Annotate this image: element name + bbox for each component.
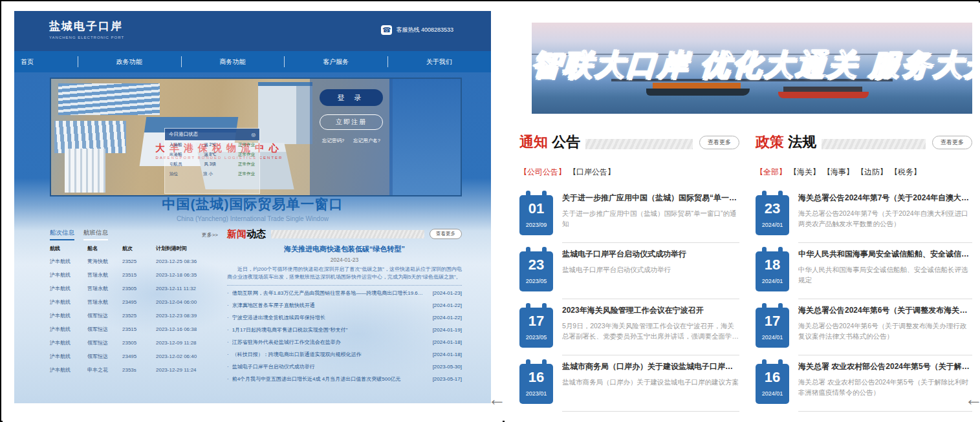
status-widget-icon[interactable]: ◎: [251, 132, 256, 138]
cell-voyage: 23525: [122, 313, 156, 319]
notice-item[interactable]: 17 2023/05 2023年海关风险管理工作会议在宁波召开 5月9日，202…: [519, 299, 739, 355]
policy-tab[interactable]: 【税务】: [890, 167, 921, 178]
cell-voyage: 23515: [122, 326, 156, 332]
news-item-date: [2024-01-18]: [433, 352, 462, 357]
news-list-item[interactable]: · 京津冀地区首条车厘子直航快线开通 [2024-01-22]: [227, 299, 462, 311]
notice-column: 通知 公告 查看更多 【公司公告】 【口岸公告】 01 2023/09: [519, 132, 739, 412]
notice-item-title: 盐城市商务局（口岸办）关于建设盐城电子口岸的建议方案: [562, 361, 739, 372]
notice-tab[interactable]: 【口岸公告】: [569, 167, 615, 178]
bullet-icon: ·: [227, 352, 229, 357]
news-list-item[interactable]: · （科技日报）：跨境电商出口新通道实现双向规模化运作 [2024-01-18]: [227, 348, 462, 361]
cell-voyage: 23525: [122, 258, 156, 264]
news-section: 新闻动态 查看更多 海关推进电商快递包装低碳“绿色转型” 2024-01-23 …: [227, 227, 462, 399]
news-item-title: 盐城电子口岸平台启动仪式成功举行: [232, 363, 426, 370]
calendar-year-month: 2024/01: [756, 222, 789, 228]
schedule-tab[interactable]: 航班信息: [83, 229, 108, 240]
nav-item[interactable]: 商务功能: [181, 51, 285, 72]
notice-tab[interactable]: 【公司公告】: [519, 167, 566, 178]
news-list-item[interactable]: · 盐城电子口岸平台启动仪式成功举行 [2023-05-30]: [227, 361, 462, 373]
status-state: 正常作业: [238, 162, 255, 167]
forgot-password-link[interactable]: 忘记密码?: [322, 138, 344, 144]
notice-header: 通知 公告 查看更多: [519, 132, 739, 153]
office-building: [65, 149, 105, 193]
policy-tab[interactable]: 【海关】: [789, 167, 820, 178]
cargo-ship: [646, 83, 750, 96]
schedule-more-link[interactable]: 更多>>: [202, 231, 218, 238]
col-voyage: 航次: [122, 245, 156, 252]
back-arrow-icon[interactable]: ←: [488, 390, 506, 408]
calendar-date-icon: 23 2023/05: [519, 251, 553, 291]
header-decorative-bar: [585, 139, 693, 149]
nav-item[interactable]: 客户服务: [284, 51, 387, 72]
status-state: 正常作业: [238, 142, 255, 148]
policy-title-black: 法规: [788, 134, 816, 150]
news-item-title: 1月17日起跨境电商零售进口税款实现全国“秒支付”: [232, 326, 426, 333]
policy-more-button[interactable]: 查看更多: [932, 136, 972, 149]
schedule-tabs: 船次信息 航班信息 更多>>: [50, 227, 218, 242]
policy-tab[interactable]: 【全部】: [756, 167, 787, 178]
policy-item-summary: 海关总署 农业农村部公告2024年第5号（关于解除比利时非洲猪瘟疫情禁令的公告）: [798, 377, 972, 397]
news-list-item[interactable]: · 江苏省驻海外代表处盐城行工作交流会在盐举办 [2024-01-18]: [227, 336, 462, 348]
hotline: ☎ 客服热线 4008283533: [381, 25, 453, 35]
cell-voyage: 23505: [122, 286, 156, 291]
news-list-item[interactable]: · 宁波空港进出境全货机连续四年保持增长 [2024-01-22]: [227, 311, 462, 324]
calendar-day: 17: [756, 313, 789, 330]
login-button[interactable]: 登 录: [320, 89, 383, 106]
cell-ship: 晋瑞永航: [87, 271, 122, 279]
notice-item-title: 盐城电子口岸平台启动仪式成功举行: [562, 249, 739, 260]
cell-voyage: 23515: [122, 272, 156, 278]
notice-list: 01 2023/09 关于进一步推广应用中国（盐城）国际贸易“单一窗口”的通 关…: [519, 187, 739, 412]
register-button[interactable]: 立即注册: [320, 114, 383, 130]
policy-tab-label: 【全部】: [756, 167, 787, 176]
policy-tab-label: 【海关】: [789, 167, 820, 176]
cell-route: 沪丰航线: [50, 258, 87, 265]
cell-route: 沪丰航线: [50, 271, 87, 279]
policy-tab-label: 【税务】: [890, 167, 921, 176]
policy-item[interactable]: 18 2024/01 中华人民共和国海事局安全诚信船舶、安全诚信船长评选规定 中…: [756, 243, 972, 299]
warehouse-roofs: [58, 83, 160, 115]
notice-title: 通知 公告: [519, 132, 580, 152]
news-item-title: 借助互联网，去年1.83万亿元产品由我国销往世界各地——跨境电商出口增长19.6…: [232, 290, 426, 297]
nav-item-label: 客户服务: [323, 58, 349, 67]
calendar-day: 23: [756, 200, 789, 217]
news-title-red: 新闻: [227, 228, 246, 239]
news-list-item[interactable]: · 1月17日起跨境电商零售进口税款实现全国“秒支付” [2024-01-19]: [227, 324, 462, 336]
news-list-item[interactable]: · 借助互联网，去年1.83万亿元产品由我国销往世界各地——跨境电商出口增长19…: [227, 287, 462, 299]
notice-more-button[interactable]: 查看更多: [699, 136, 739, 149]
featured-title[interactable]: 海关推进电商快递包装低碳“绿色转型”: [227, 244, 462, 254]
cell-ship: 晋瑞永航: [87, 285, 122, 292]
notice-item[interactable]: 23 2023/05 盐城电子口岸平台启动仪式成功举行 盐城电子口岸平台启动仪式…: [519, 243, 739, 299]
policy-item-title: 海关总署公告2024年第7号（关于2024年自澳大利亚进口两…: [798, 193, 972, 204]
nav-item[interactable]: 首页: [14, 51, 78, 72]
news-item-date: [2024-01-18]: [433, 339, 462, 345]
notice-item[interactable]: 16 2023/01 盐城市商务局（口岸办）关于建设盐城电子口岸的建议方案 盐城…: [519, 355, 739, 412]
policy-item-body: 海关总署 农业农村部公告2024年第5号（关于解除比利时非… 海关总署 农业农村…: [798, 360, 972, 405]
hotline-label: 客服热线 4008283533: [396, 26, 453, 34]
calendar-year-month: 2024/01: [756, 390, 789, 397]
lower-section: 船次信息 航班信息 更多>> 航线 船名: [50, 227, 462, 399]
notice-item[interactable]: 01 2023/09 关于进一步推广应用中国（盐城）国际贸易“单一窗口”的通 关…: [519, 187, 739, 243]
policy-item-summary: 中华人民共和国海事局安全诚信船舶、安全诚信船长评选规定: [798, 264, 972, 285]
back-arrow-icon[interactable]: ←: [964, 390, 980, 408]
calendar-day: 01: [519, 200, 553, 217]
policy-item[interactable]: 17 2024/01 海关总署公告2024年第6号（关于调整发布海关办理行政复议…: [756, 299, 972, 355]
policy-header: 政策 法规 查看更多: [756, 132, 972, 153]
schedule-row: 沪丰航线 领军恒达 23525 2023-12-23 08:39: [50, 309, 218, 322]
policy-item[interactable]: 16 2024/01 海关总署 农业农村部公告2024年第5号（关于解除比利时非…: [756, 355, 972, 412]
news-list-item[interactable]: · 前4个月我与中亚五国进出口增长近4成 4月当月进出口值首次突破500亿元 […: [227, 373, 462, 385]
news-item-date: [2024-01-22]: [433, 302, 462, 308]
nav-item[interactable]: 政务功能: [78, 51, 181, 72]
policy-item-title: 海关总署 农业农村部公告2024年第5号（关于解除比利时非…: [798, 361, 972, 372]
bullet-icon: ·: [227, 315, 229, 321]
forgot-username-link[interactable]: 忘记用户名?: [353, 138, 380, 144]
header-decorative-bar: [271, 230, 424, 238]
schedule-tab[interactable]: 船次信息: [50, 229, 74, 240]
news-item-date: [2023-05-30]: [433, 364, 462, 370]
nav-item[interactable]: 关于我们: [387, 51, 491, 72]
policy-item[interactable]: 23 2024/01 海关总署公告2024年第7号（关于2024年自澳大利亚进口…: [756, 187, 972, 243]
policy-tab[interactable]: 【海事】: [823, 167, 854, 178]
bullet-icon: ·: [227, 302, 229, 308]
news-more-button[interactable]: 查看更多: [430, 229, 462, 239]
policy-tab[interactable]: 【边防】: [856, 167, 887, 178]
calendar-year-month: 2024/01: [756, 278, 789, 284]
